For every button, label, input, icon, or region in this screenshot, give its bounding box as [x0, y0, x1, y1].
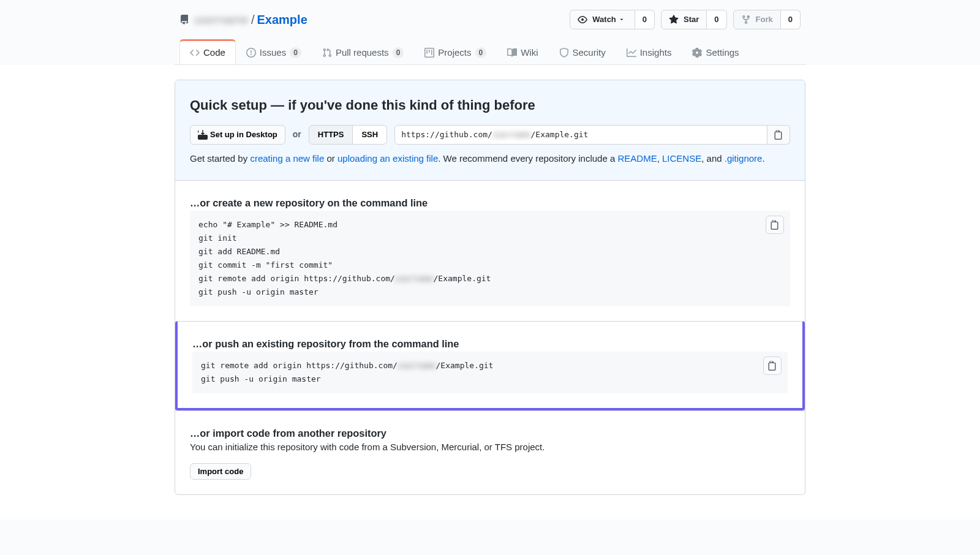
eye-icon: [578, 15, 587, 25]
issue-icon: [246, 48, 256, 58]
shield-icon: [559, 48, 569, 58]
watch-label: Watch: [592, 15, 616, 24]
quick-setup-title: Quick setup — if you've done this kind o…: [190, 95, 790, 115]
tab-settings[interactable]: Settings: [682, 39, 749, 65]
watch-group: Watch 0: [570, 10, 655, 29]
tab-settings-label: Settings: [706, 46, 739, 60]
projects-count: 0: [475, 47, 487, 58]
repo-tabs: Code Issues 0 Pull requests 0 Projects 0: [175, 39, 805, 65]
import-code-button[interactable]: Import code: [190, 463, 251, 480]
ssh-button[interactable]: SSH: [353, 125, 387, 145]
fork-count[interactable]: 0: [781, 10, 801, 29]
watch-count[interactable]: 0: [635, 10, 655, 29]
quick-help-text: Get started by creating a new file or up…: [190, 152, 790, 166]
fork-icon: [741, 15, 751, 25]
readme-link[interactable]: README: [617, 153, 657, 164]
import-text: You can initialize this repository with …: [190, 440, 790, 455]
gear-icon: [692, 48, 702, 58]
tab-pulls[interactable]: Pull requests 0: [312, 39, 414, 65]
create-repo-code[interactable]: echo "# Example" >> README.md git init g…: [190, 211, 790, 307]
tab-security-label: Security: [573, 46, 606, 60]
tab-projects[interactable]: Projects 0: [414, 39, 497, 65]
book-icon: [507, 48, 517, 58]
push-existing-section: …or push an existing repository from the…: [175, 321, 805, 410]
clipboard-icon: [774, 130, 783, 140]
import-section: …or import code from another repository …: [175, 410, 805, 494]
project-icon: [424, 48, 434, 58]
repo-name-link[interactable]: Example: [257, 10, 307, 29]
copy-create-code-button[interactable]: [766, 216, 784, 234]
tab-issues-label: Issues: [260, 46, 286, 60]
graph-icon: [627, 48, 636, 58]
push-code[interactable]: git remote add origin https://github.com…: [192, 352, 788, 393]
path-separator: /: [251, 10, 255, 29]
repo-title: username / Example: [179, 10, 307, 29]
import-title: …or import code from another repository: [190, 426, 790, 441]
desktop-download-icon: [198, 130, 208, 140]
tab-insights[interactable]: Insights: [616, 39, 682, 65]
clipboard-icon: [767, 361, 777, 371]
tab-code[interactable]: Code: [179, 39, 236, 65]
https-button[interactable]: HTTPS: [309, 125, 353, 145]
star-label: Star: [684, 15, 699, 24]
repo-icon: [179, 15, 189, 25]
clipboard-icon: [770, 220, 780, 230]
watch-button[interactable]: Watch: [570, 10, 635, 29]
or-text: or: [293, 128, 301, 141]
tab-pulls-label: Pull requests: [336, 46, 389, 60]
tab-wiki[interactable]: Wiki: [497, 39, 548, 65]
issues-count: 0: [290, 47, 301, 58]
tab-insights-label: Insights: [640, 46, 672, 60]
setup-desktop-label: Set up in Desktop: [210, 130, 277, 139]
new-file-link[interactable]: creating a new file: [250, 153, 324, 164]
star-group: Star 0: [661, 10, 727, 29]
clone-url-input[interactable]: https://github.com/username/Example.git: [394, 125, 767, 145]
tab-issues[interactable]: Issues 0: [236, 39, 312, 65]
copy-push-code-button[interactable]: [763, 357, 782, 375]
pull-request-icon: [322, 48, 332, 58]
chevron-down-icon: [619, 17, 625, 23]
setup-in-desktop-button[interactable]: Set up in Desktop: [190, 125, 285, 145]
tab-projects-label: Projects: [438, 46, 471, 60]
tab-security[interactable]: Security: [549, 39, 616, 65]
repo-owner-link[interactable]: username: [194, 10, 249, 29]
fork-group: Fork 0: [733, 10, 801, 29]
create-repo-section: …or create a new repository on the comma…: [175, 180, 805, 321]
star-count[interactable]: 0: [707, 10, 726, 29]
copy-url-button[interactable]: [767, 125, 790, 145]
create-repo-title: …or create a new repository on the comma…: [190, 195, 790, 211]
star-icon: [669, 15, 679, 25]
gitignore-link[interactable]: .gitignore: [725, 153, 763, 164]
fork-button: Fork: [733, 10, 781, 29]
license-link[interactable]: LICENSE: [662, 153, 701, 164]
star-button[interactable]: Star: [661, 10, 707, 29]
tab-wiki-label: Wiki: [521, 46, 538, 60]
pulls-count: 0: [393, 47, 404, 58]
upload-file-link[interactable]: uploading an existing file: [337, 153, 438, 164]
fork-label: Fork: [756, 15, 773, 24]
quick-setup-box: Quick setup — if you've done this kind o…: [175, 80, 805, 180]
push-title: …or push an existing repository from the…: [192, 336, 788, 352]
tab-code-label: Code: [203, 46, 225, 60]
code-icon: [190, 48, 200, 58]
